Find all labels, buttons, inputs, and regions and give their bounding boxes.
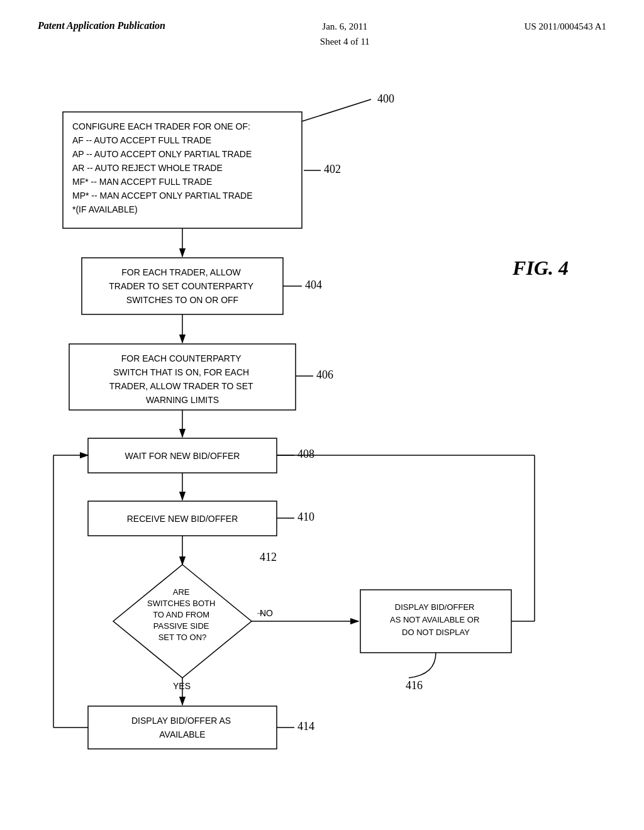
ref-402: 402 (324, 163, 341, 175)
box-408-text: WAIT FOR NEW BID/OFFER (125, 451, 240, 461)
box-414 (88, 706, 277, 749)
sheet-info: Sheet 4 of 11 (320, 36, 370, 47)
header-center: Jan. 6, 2011 Sheet 4 of 11 (320, 19, 370, 49)
ref-414: 414 (297, 720, 314, 733)
yes-label: YES (173, 681, 191, 691)
ref-404: 404 (305, 279, 322, 291)
box-410-text: RECEIVE NEW BID/OFFER (127, 514, 238, 524)
box-416-text: DISPLAY BID/OFFER AS NOT AVAILABLE OR DO… (390, 602, 482, 637)
patent-number: US 2011/0004543 A1 (525, 19, 606, 34)
box-404-text: FOR EACH TRADER, ALLOW TRADER TO SET COU… (109, 267, 255, 305)
ref-406: 406 (316, 368, 333, 381)
publication-date: Jan. 6, 2011 (322, 21, 367, 31)
ref-410: 410 (297, 511, 314, 523)
svg-line-2 (302, 99, 371, 121)
ref-412: 412 (260, 551, 277, 563)
publication-title: Patent Application Publication (38, 19, 165, 33)
ref-416: 416 (406, 679, 423, 692)
ref-400: 400 (377, 92, 394, 105)
svg-text:→: → (255, 608, 264, 618)
diagram-area: FIG. 4 400 CONFIGURE EACH TRADER FOR ONE… (0, 62, 644, 829)
ref-408: 408 (297, 448, 314, 460)
page-header: Patent Application Publication Jan. 6, 2… (0, 0, 644, 49)
